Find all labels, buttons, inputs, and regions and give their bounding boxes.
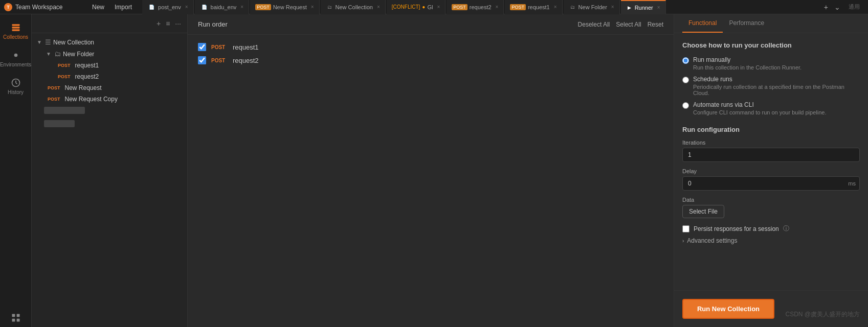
- csdn-watermark: CSDN @虞美人盛开的地方: [785, 310, 860, 319]
- blurred-item-1: [32, 105, 187, 118]
- tab-close-icon[interactable]: ×: [554, 4, 557, 10]
- tab-close-icon[interactable]: ×: [657, 5, 660, 10]
- tab-new-collection[interactable]: 🗂 New Collection ×: [321, 0, 386, 14]
- persist-checkbox[interactable]: [682, 225, 689, 232]
- new-request-copy-label: New Request Copy: [65, 96, 118, 103]
- workspace-icon: T: [4, 3, 12, 11]
- schedule-runs-sub: Periodically run collection at a specifi…: [693, 84, 860, 96]
- tab-close-icon[interactable]: ×: [185, 4, 188, 10]
- tree-item-request2[interactable]: POST request2: [32, 71, 187, 82]
- radio-schedule-runs-input[interactable]: [682, 77, 689, 83]
- tree-item-new-request[interactable]: POST New Request: [32, 82, 187, 94]
- run-config-section: Run configuration Iterations Delay ms Da…: [682, 126, 860, 244]
- tab-baidu-env[interactable]: 📄 baidu_env ×: [195, 0, 250, 14]
- icon-sidebar: Collections Environments History: [0, 14, 32, 327]
- advanced-settings-row[interactable]: › Advanced settings: [682, 237, 860, 244]
- post-badge-icon: POST: [255, 4, 271, 10]
- tab-label: New Folder: [578, 4, 607, 10]
- run-manually-main: Run manually: [693, 56, 802, 63]
- svg-rect-8: [16, 319, 19, 322]
- delay-input[interactable]: [682, 176, 860, 191]
- svg-rect-2: [12, 29, 19, 31]
- tab-performance[interactable]: Performance: [723, 14, 770, 33]
- tab-new-folder[interactable]: 🗂 New Folder ×: [564, 0, 620, 14]
- add-collection-button[interactable]: +: [155, 18, 162, 29]
- tab-close-icon[interactable]: ×: [240, 4, 243, 10]
- tab-label: baidu_env: [211, 4, 237, 10]
- main-layout: Collections Environments History: [0, 14, 868, 327]
- run-item-name-1: request1: [233, 43, 259, 51]
- run-item-name-2: request2: [233, 57, 259, 64]
- tree-item-new-collection[interactable]: ▼ ☰ New Collection: [32, 36, 187, 48]
- tab-post-env[interactable]: 📄 post_env ×: [142, 0, 194, 14]
- run-item-request2: POST request2: [198, 56, 663, 64]
- tab-label: New Collection: [336, 4, 373, 10]
- sidebar-item-collections[interactable]: Collections: [2, 18, 30, 44]
- dot-icon: ●: [422, 4, 425, 10]
- sidebar-item-environments[interactable]: Environments: [2, 46, 30, 72]
- run-checkbox-request1[interactable]: [198, 43, 206, 51]
- svg-rect-7: [12, 319, 15, 322]
- select-all-button[interactable]: Select All: [616, 21, 641, 28]
- sidebar-item-history[interactable]: History: [2, 74, 30, 99]
- tab-close-icon[interactable]: ×: [311, 4, 314, 10]
- collections-icon: [11, 22, 21, 33]
- post-tag-request2: POST: [56, 74, 72, 80]
- collections-panel: + ≡ ··· ▼ ☰ New Collection ▼ 🗂 New Folde…: [32, 14, 188, 327]
- tabs-bar: 📄 post_env × 📄 baidu_env × POST New Requ…: [142, 0, 818, 14]
- tab-request1[interactable]: POST request1 ×: [505, 0, 562, 14]
- select-file-button[interactable]: Select File: [682, 205, 724, 218]
- tab-close-icon[interactable]: ×: [377, 4, 380, 10]
- svg-rect-0: [12, 24, 19, 26]
- new-button[interactable]: New: [90, 3, 106, 12]
- run-manually-sub: Run this collection in the Collection Ru…: [693, 64, 802, 71]
- tab-functional[interactable]: Functional: [682, 14, 723, 33]
- radio-run-manually-input[interactable]: [682, 57, 689, 64]
- collections-header: + ≡ ···: [32, 14, 187, 33]
- tree-item-request1[interactable]: POST request1: [32, 60, 187, 71]
- apps-icon: [11, 313, 21, 323]
- run-new-collection-button[interactable]: Run New Collection: [682, 299, 774, 319]
- post-tag-request1: POST: [56, 62, 72, 68]
- tree-item-new-request-copy[interactable]: POST New Request Copy: [32, 94, 187, 105]
- advanced-settings-label: Advanced settings: [687, 237, 737, 244]
- tab-close-icon[interactable]: ×: [611, 4, 614, 10]
- radio-schedule-runs-labels: Schedule runs Periodically run collectio…: [693, 76, 860, 96]
- delay-unit-label: ms: [848, 180, 856, 186]
- deselect-all-button[interactable]: Deselect All: [578, 21, 610, 28]
- tab-new-request[interactable]: POST New Request ×: [250, 0, 319, 14]
- tab-conflict[interactable]: [CONFLICT] ● Gl ×: [387, 0, 446, 14]
- run-method-badge-1: POST: [211, 44, 228, 50]
- run-btn-area: Run New Collection: [674, 290, 868, 327]
- new-tab-button[interactable]: +: [822, 3, 830, 11]
- run-checkbox-request2[interactable]: [198, 56, 206, 64]
- tab-runner[interactable]: ▶ Runner ×: [621, 0, 666, 14]
- conflict-badge: [CONFLICT]: [392, 4, 420, 10]
- iterations-input[interactable]: [682, 148, 860, 162]
- tab-close-icon[interactable]: ×: [496, 4, 499, 10]
- run-options-group: Run manually Run this collection in the …: [682, 56, 860, 115]
- tab-request2[interactable]: POST request2 ×: [447, 0, 504, 14]
- more-options-button[interactable]: ···: [174, 18, 182, 29]
- collections-label: Collections: [3, 34, 28, 40]
- svg-rect-5: [12, 314, 15, 317]
- automate-cli-sub: Configure CLI command to run on your bui…: [693, 109, 826, 115]
- folder-icon: 🗂: [326, 4, 333, 10]
- chevron-right-icon: ›: [682, 238, 684, 244]
- radio-automate-cli-input[interactable]: [682, 102, 689, 109]
- tab-close-icon[interactable]: ×: [437, 4, 440, 10]
- workspace-title[interactable]: T Team Workspace: [4, 3, 86, 11]
- svg-rect-6: [16, 314, 19, 317]
- new-request-label: New Request: [65, 84, 102, 91]
- chevron-down-icon2: ▼: [46, 51, 52, 57]
- tree-item-new-folder[interactable]: ▼ 🗂 New Folder: [32, 48, 187, 60]
- blurred-block-2: [44, 120, 75, 127]
- blurred-block-1: [44, 107, 85, 114]
- import-button[interactable]: Import: [113, 3, 134, 12]
- overflow-tabs-button[interactable]: ⌄: [832, 3, 842, 11]
- reset-button[interactable]: Reset: [648, 21, 663, 28]
- post-badge-icon2: POST: [452, 4, 468, 10]
- filter-button[interactable]: ≡: [165, 18, 171, 29]
- sidebar-item-apps[interactable]: [2, 309, 30, 327]
- run-config-title: Run configuration: [682, 126, 860, 133]
